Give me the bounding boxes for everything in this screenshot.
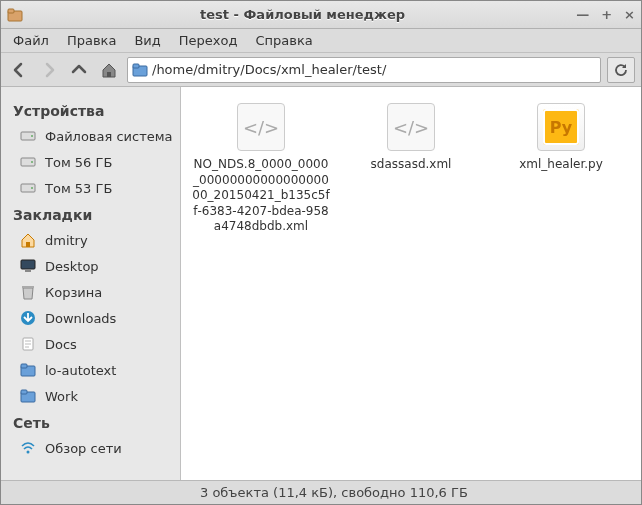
svg-point-10 bbox=[31, 187, 33, 189]
toolbar bbox=[1, 53, 641, 87]
folder-icon bbox=[132, 62, 148, 78]
svg-rect-12 bbox=[21, 260, 35, 269]
home-icon bbox=[19, 231, 37, 249]
sidebar-item-label: Корзина bbox=[45, 285, 102, 300]
sidebar-item-label: Обзор сети bbox=[45, 441, 122, 456]
path-input[interactable] bbox=[152, 62, 596, 77]
menu-go[interactable]: Переход bbox=[171, 31, 246, 50]
menu-view[interactable]: Вид bbox=[126, 31, 168, 50]
trash-icon bbox=[19, 283, 37, 301]
sidebar-section-devices: Устройства bbox=[1, 97, 180, 123]
window-app-icon bbox=[7, 7, 23, 23]
sidebar-item-label: Том 56 ГБ bbox=[45, 155, 112, 170]
sidebar-item-label: Work bbox=[45, 389, 78, 404]
body: Устройства Файловая система Том 56 ГБ То… bbox=[1, 87, 641, 480]
file-item[interactable]: Py xml_healer.py bbox=[491, 103, 631, 173]
sidebar-item-downloads[interactable]: Downloads bbox=[1, 305, 180, 331]
svg-point-8 bbox=[31, 161, 33, 163]
back-button[interactable] bbox=[7, 58, 31, 82]
maximize-button[interactable]: + bbox=[601, 7, 612, 22]
path-box bbox=[127, 57, 601, 83]
sidebar: Устройства Файловая система Том 56 ГБ То… bbox=[1, 87, 181, 480]
sidebar-item-label: Docs bbox=[45, 337, 77, 352]
reload-button[interactable] bbox=[607, 57, 635, 83]
svg-rect-18 bbox=[21, 364, 27, 368]
up-button[interactable] bbox=[67, 58, 91, 82]
sidebar-item-network-browse[interactable]: Обзор сети bbox=[1, 435, 180, 461]
svg-rect-1 bbox=[8, 9, 14, 13]
sidebar-item-desktop[interactable]: Desktop bbox=[1, 253, 180, 279]
content-area[interactable]: </> NO_NDS.8_0000_0000_00000000000000000… bbox=[181, 87, 641, 480]
sidebar-item-docs[interactable]: Docs bbox=[1, 331, 180, 357]
menubar: Файл Правка Вид Переход Справка bbox=[1, 29, 641, 53]
svg-rect-14 bbox=[22, 286, 34, 288]
close-button[interactable]: × bbox=[624, 7, 635, 22]
file-item[interactable]: </> NO_NDS.8_0000_0000_00000000000000000… bbox=[191, 103, 331, 235]
sidebar-item-label: lo-autotext bbox=[45, 363, 116, 378]
sidebar-item-label: Desktop bbox=[45, 259, 99, 274]
drive-icon bbox=[19, 153, 37, 171]
folder-icon bbox=[19, 361, 37, 379]
menu-file[interactable]: Файл bbox=[5, 31, 57, 50]
sidebar-item-filesystem[interactable]: Файловая система bbox=[1, 123, 180, 149]
titlebar: test - Файловый менеджер — + × bbox=[1, 1, 641, 29]
wifi-icon bbox=[19, 439, 37, 457]
folder-icon bbox=[19, 387, 37, 405]
svg-rect-11 bbox=[26, 242, 30, 247]
sidebar-section-network: Сеть bbox=[1, 409, 180, 435]
sidebar-item-lo-autotext[interactable]: lo-autotext bbox=[1, 357, 180, 383]
svg-rect-2 bbox=[107, 72, 111, 77]
forward-button[interactable] bbox=[37, 58, 61, 82]
sidebar-item-home[interactable]: dmitry bbox=[1, 227, 180, 253]
file-name: NO_NDS.8_0000_0000_0000000000000000000_2… bbox=[191, 157, 331, 235]
menu-edit[interactable]: Правка bbox=[59, 31, 124, 50]
svg-rect-4 bbox=[133, 64, 139, 68]
window-title: test - Файловый менеджер bbox=[29, 7, 576, 22]
sidebar-item-label: dmitry bbox=[45, 233, 88, 248]
svg-rect-20 bbox=[21, 390, 27, 394]
file-name: xml_healer.py bbox=[519, 157, 603, 173]
sidebar-item-label: Downloads bbox=[45, 311, 116, 326]
drive-icon bbox=[19, 179, 37, 197]
sidebar-item-label: Файловая система bbox=[45, 129, 173, 144]
svg-point-21 bbox=[27, 451, 30, 454]
python-file-icon: Py bbox=[537, 103, 585, 151]
desktop-icon bbox=[19, 257, 37, 275]
file-name: sdassasd.xml bbox=[371, 157, 452, 173]
download-icon bbox=[19, 309, 37, 327]
menu-help[interactable]: Справка bbox=[247, 31, 320, 50]
window-controls: — + × bbox=[576, 7, 635, 22]
statusbar: 3 объекта (11,4 кБ), свободно 110,6 ГБ bbox=[1, 480, 641, 504]
sidebar-item-volume-56[interactable]: Том 56 ГБ bbox=[1, 149, 180, 175]
folder-icon bbox=[19, 335, 37, 353]
sidebar-item-volume-53[interactable]: Том 53 ГБ bbox=[1, 175, 180, 201]
sidebar-section-bookmarks: Закладки bbox=[1, 201, 180, 227]
xml-file-icon: </> bbox=[387, 103, 435, 151]
sidebar-item-work[interactable]: Work bbox=[1, 383, 180, 409]
minimize-button[interactable]: — bbox=[576, 7, 589, 22]
xml-file-icon: </> bbox=[237, 103, 285, 151]
file-item[interactable]: </> sdassasd.xml bbox=[341, 103, 481, 173]
sidebar-item-trash[interactable]: Корзина bbox=[1, 279, 180, 305]
svg-point-6 bbox=[31, 135, 33, 137]
status-text: 3 объекта (11,4 кБ), свободно 110,6 ГБ bbox=[200, 485, 468, 500]
drive-icon bbox=[19, 127, 37, 145]
sidebar-item-label: Том 53 ГБ bbox=[45, 181, 112, 196]
svg-rect-13 bbox=[25, 270, 31, 272]
home-button[interactable] bbox=[97, 58, 121, 82]
